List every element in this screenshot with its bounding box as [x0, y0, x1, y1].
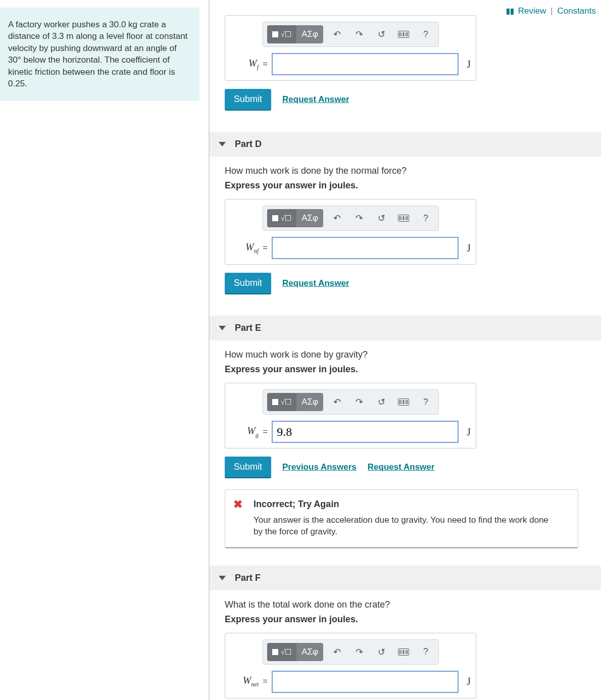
part-e-header[interactable]: Part E: [210, 316, 601, 340]
redo-icon[interactable]: ↷: [350, 26, 368, 43]
part-e-instruction: Express your answer in joules.: [225, 364, 601, 375]
part-d-question: How much work is done by the normal forc…: [225, 166, 601, 176]
keyboard-icon[interactable]: [395, 643, 412, 661]
request-answer-link[interactable]: Request Answer: [282, 94, 349, 105]
unit-label: J: [467, 242, 471, 254]
part-d-header[interactable]: Part D: [210, 132, 601, 157]
reset-icon[interactable]: ↺: [373, 643, 390, 661]
chevron-down-icon[interactable]: [219, 326, 226, 330]
part-d-input-card: √☐ ΑΣφ ↶ ↷ ↺ ? Wnf = J: [225, 199, 476, 265]
keyboard-icon[interactable]: [395, 210, 412, 227]
part-f-question: What is the total work done on the crate…: [225, 599, 601, 610]
redo-icon[interactable]: ↷: [350, 393, 368, 411]
unit-label: J: [467, 59, 471, 70]
reset-icon[interactable]: ↺: [373, 26, 390, 43]
part-d-title: Part D: [235, 139, 262, 149]
variable-label-wg: Wg: [230, 425, 259, 439]
math-templates-tab[interactable]: √☐: [267, 25, 296, 43]
equals-sign: =: [263, 59, 268, 70]
undo-icon[interactable]: ↶: [328, 393, 345, 411]
unit-label: J: [467, 426, 471, 438]
input-toolbar: √☐ ΑΣφ ↶ ↷ ↺ ?: [263, 389, 439, 415]
keyboard-icon[interactable]: [395, 393, 412, 411]
chevron-down-icon[interactable]: [219, 576, 226, 580]
submit-button[interactable]: Submit: [225, 273, 271, 293]
answer-input-wf[interactable]: [272, 53, 459, 75]
greek-symbols-tab[interactable]: ΑΣφ: [296, 643, 323, 661]
answer-input-wg[interactable]: [272, 421, 459, 443]
math-templates-tab[interactable]: √☐: [267, 393, 296, 411]
reset-icon[interactable]: ↺: [373, 393, 390, 411]
variable-label-wnf: Wnf: [230, 241, 259, 255]
problem-statement: A factory worker pushes a 30.0 kg crate …: [0, 8, 199, 101]
chevron-down-icon[interactable]: [219, 142, 226, 146]
part-c-input-card: √☐ ΑΣφ ↶ ↷ ↺ ? Wf = J: [225, 15, 476, 81]
request-answer-link[interactable]: Request Answer: [368, 462, 435, 472]
part-d-instruction: Express your answer in joules.: [225, 180, 601, 191]
help-icon[interactable]: ?: [417, 393, 434, 411]
equals-sign: =: [263, 243, 268, 254]
undo-icon[interactable]: ↶: [328, 26, 345, 43]
greek-symbols-tab[interactable]: ΑΣφ: [296, 209, 323, 227]
part-f-header[interactable]: Part F: [210, 566, 601, 590]
submit-button[interactable]: Submit: [225, 457, 271, 477]
redo-icon[interactable]: ↷: [350, 210, 368, 227]
equals-sign: =: [263, 676, 268, 687]
part-f-title: Part F: [235, 573, 261, 583]
feedback-title: Incorrect; Try Again: [254, 499, 568, 510]
greek-symbols-tab[interactable]: ΑΣφ: [296, 393, 323, 411]
input-toolbar: √☐ ΑΣφ ↶ ↷ ↺ ?: [263, 22, 439, 47]
keyboard-icon[interactable]: [395, 26, 412, 43]
incorrect-x-icon: ✖: [233, 498, 242, 511]
part-e-input-card: √☐ ΑΣφ ↶ ↷ ↺ ? Wg = J: [225, 383, 476, 448]
input-toolbar: √☐ ΑΣφ ↶ ↷ ↺ ?: [263, 639, 439, 665]
answer-input-wnf[interactable]: [272, 237, 459, 259]
math-templates-tab[interactable]: √☐: [267, 209, 296, 227]
submit-button[interactable]: Submit: [225, 89, 271, 110]
redo-icon[interactable]: ↷: [350, 643, 368, 661]
equals-sign: =: [263, 427, 268, 437]
previous-answers-link[interactable]: Previous Answers: [282, 462, 357, 472]
help-icon[interactable]: ?: [417, 643, 434, 661]
math-templates-tab[interactable]: √☐: [267, 643, 296, 661]
request-answer-link[interactable]: Request Answer: [282, 278, 349, 288]
part-e-question: How much work is done by gravity?: [225, 349, 601, 360]
feedback-message: Your answer is the acceleration due to g…: [254, 515, 557, 538]
undo-icon[interactable]: ↶: [328, 210, 345, 227]
variable-label-wnet: Wnet: [230, 675, 259, 688]
help-icon[interactable]: ?: [417, 26, 434, 43]
greek-symbols-tab[interactable]: ΑΣφ: [296, 25, 323, 43]
part-e-title: Part E: [235, 323, 261, 333]
vertical-divider: [209, 0, 210, 700]
problem-text: A factory worker pushes a 30.0 kg crate …: [8, 20, 187, 88]
undo-icon[interactable]: ↶: [328, 643, 345, 661]
feedback-incorrect: ✖ Incorrect; Try Again Your answer is th…: [225, 489, 578, 548]
part-f-input-card: √☐ ΑΣφ ↶ ↷ ↺ ? Wnet = J: [225, 633, 476, 698]
help-icon[interactable]: ?: [417, 210, 434, 227]
unit-label: J: [467, 676, 471, 687]
reset-icon[interactable]: ↺: [373, 210, 390, 227]
input-toolbar: √☐ ΑΣφ ↶ ↷ ↺ ?: [263, 206, 439, 231]
variable-label-wf: Wf: [230, 58, 259, 71]
part-f-instruction: Express your answer in joules.: [225, 614, 601, 625]
answer-input-wnet[interactable]: [272, 671, 459, 693]
